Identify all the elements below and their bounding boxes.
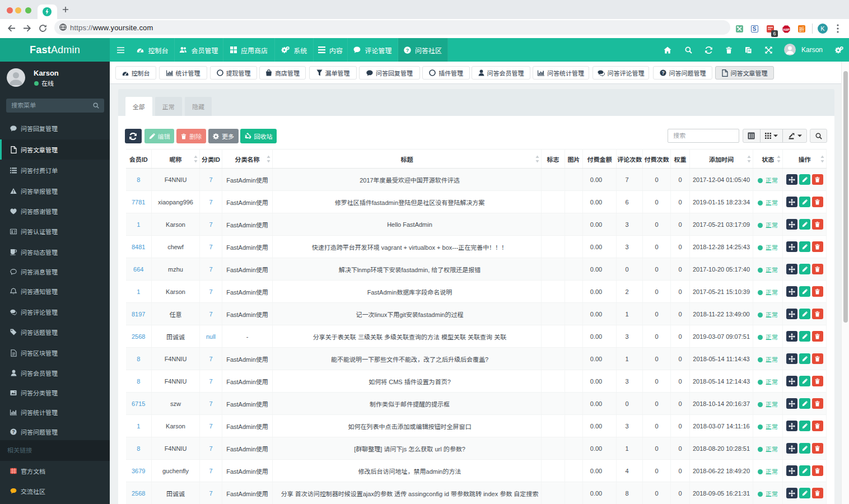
svg-text:?: ? (406, 46, 409, 53)
svg-text:?: ? (12, 429, 15, 435)
svg-text:?: ? (661, 70, 664, 76)
svg-text:S: S (753, 26, 757, 31)
svg-text:ABP: ABP (783, 28, 790, 31)
